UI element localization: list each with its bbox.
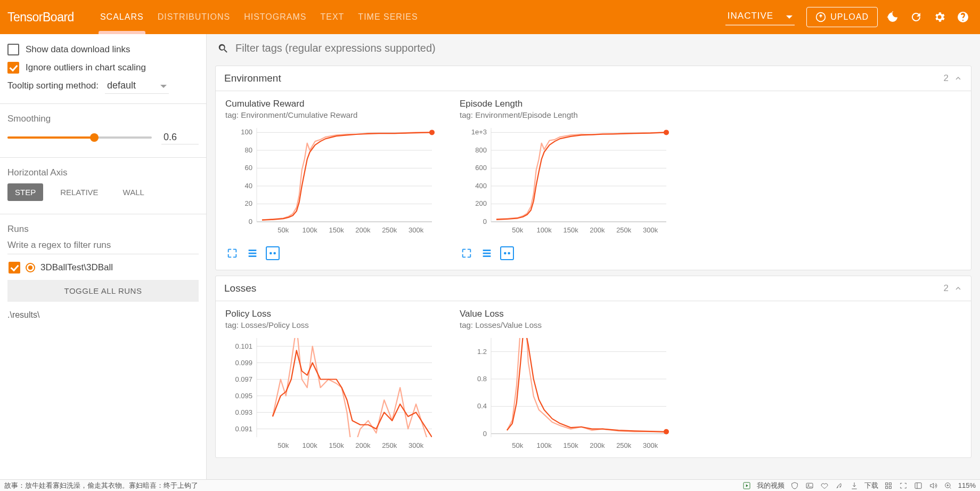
- svg-text:300k: 300k: [409, 226, 424, 234]
- checkbox-show-download[interactable]: [7, 44, 19, 55]
- shield-icon[interactable]: [790, 481, 799, 490]
- svg-text:200k: 200k: [355, 441, 371, 449]
- help-icon[interactable]: [951, 5, 975, 29]
- heart-icon[interactable]: [820, 481, 829, 490]
- svg-point-22: [429, 130, 435, 135]
- section-title: Losses: [224, 283, 256, 294]
- svg-text:80: 80: [245, 146, 252, 154]
- section-count: 2: [944, 73, 949, 84]
- smoothing-slider[interactable]: [7, 136, 152, 139]
- tab-distributions[interactable]: DISTRIBUTIONS: [151, 0, 238, 34]
- status-video[interactable]: 我的视频: [757, 481, 785, 490]
- plot-tag: tag: Losses/Policy Loss: [225, 320, 438, 329]
- upload-button[interactable]: UPLOAD: [806, 7, 878, 27]
- play-icon[interactable]: [742, 481, 752, 490]
- checkbox-ignore-outliers[interactable]: [7, 62, 19, 74]
- svg-rect-90: [885, 482, 887, 485]
- svg-text:200: 200: [475, 199, 487, 207]
- plot-tag: tag: Environment/Episode Length: [460, 110, 673, 119]
- tab-text[interactable]: TEXT: [313, 0, 351, 34]
- svg-text:0: 0: [483, 430, 487, 438]
- tab-histograms[interactable]: HISTOGRAMS: [237, 0, 313, 34]
- runs-filter-input[interactable]: [7, 237, 199, 254]
- refresh-icon[interactable]: [904, 5, 928, 29]
- tab-timeseries[interactable]: TIME SERIES: [351, 0, 424, 34]
- volume-icon[interactable]: [928, 481, 938, 490]
- run-name: 3DBallTest\3DBall: [40, 262, 113, 273]
- chart-canvas[interactable]: 02004006008001e+350k100k150k200k250k300k: [460, 125, 670, 237]
- svg-text:600: 600: [475, 164, 487, 172]
- reload-mode-select[interactable]: INACTIVE: [725, 9, 795, 26]
- svg-text:100k: 100k: [303, 226, 318, 234]
- toggle-y-log-icon[interactable]: [246, 246, 259, 260]
- svg-text:250k: 250k: [616, 226, 632, 234]
- svg-text:50k: 50k: [277, 226, 289, 234]
- haxis-relative[interactable]: RELATIVE: [53, 183, 105, 201]
- label-smoothing: Smoothing: [0, 109, 206, 126]
- tooltip-sort-select[interactable]: default: [105, 78, 169, 94]
- svg-text:1e+3: 1e+3: [471, 128, 487, 136]
- svg-text:100k: 100k: [537, 441, 552, 449]
- plot-tag: tag: Environment/Cumulative Reward: [225, 110, 438, 119]
- sidebar-icon[interactable]: [913, 481, 923, 490]
- fit-domain-icon[interactable]: [266, 246, 280, 260]
- status-zoom[interactable]: 115%: [958, 481, 976, 489]
- haxis-wall[interactable]: WALL: [116, 183, 152, 201]
- plot-title: Value Loss: [460, 309, 673, 319]
- run-color-swatch: [26, 263, 35, 272]
- svg-rect-91: [889, 482, 891, 485]
- tab-scalars[interactable]: SCALARS: [93, 0, 151, 34]
- image-icon[interactable]: [805, 481, 814, 490]
- plot-episode-length: Episode Length tag: Environment/Episode …: [460, 99, 673, 260]
- chevron-up-icon: [954, 284, 962, 293]
- svg-point-23: [270, 253, 272, 254]
- section-header-losses[interactable]: Losses 2: [216, 276, 971, 301]
- svg-text:150k: 150k: [329, 226, 344, 234]
- svg-text:800: 800: [475, 146, 487, 154]
- section-environment: Environment 2 Cumulative Reward tag: Env…: [215, 66, 971, 270]
- status-download[interactable]: 下载: [864, 481, 878, 490]
- section-header-environment[interactable]: Environment 2: [216, 66, 971, 91]
- tag-filter-input[interactable]: [234, 42, 969, 55]
- plot-tag: tag: Losses/Value Loss: [460, 320, 673, 329]
- svg-text:250k: 250k: [382, 441, 397, 449]
- toggle-all-runs-button[interactable]: TOGGLE ALL RUNS: [7, 280, 199, 302]
- svg-point-46: [664, 130, 669, 135]
- smoothing-value-input[interactable]: 0.6: [161, 131, 199, 144]
- svg-text:400: 400: [475, 182, 487, 190]
- fit-domain-icon[interactable]: [500, 246, 514, 260]
- svg-text:0.8: 0.8: [477, 375, 487, 383]
- plot-title: Policy Loss: [225, 309, 438, 319]
- fullscreen-icon[interactable]: [460, 246, 473, 260]
- screenshot-icon[interactable]: [899, 481, 908, 490]
- section-title: Environment: [224, 73, 281, 84]
- settings-icon[interactable]: [928, 5, 951, 29]
- search-icon: [217, 43, 229, 54]
- toggle-y-log-icon[interactable]: [480, 246, 494, 260]
- svg-rect-92: [885, 486, 887, 488]
- svg-text:0.4: 0.4: [477, 402, 487, 410]
- toggle-theme-icon[interactable]: [881, 5, 904, 29]
- download-icon[interactable]: [850, 481, 859, 490]
- run-row[interactable]: 3DBallTest\3DBall: [0, 259, 206, 277]
- section-losses: Losses 2 Policy Loss tag: Losses/Policy …: [215, 276, 971, 458]
- haxis-step[interactable]: STEP: [7, 183, 43, 201]
- zoom-icon[interactable]: [943, 481, 953, 490]
- checkbox-run[interactable]: [9, 262, 20, 273]
- svg-text:150k: 150k: [563, 441, 578, 449]
- svg-text:300k: 300k: [643, 226, 658, 234]
- svg-rect-93: [889, 486, 891, 488]
- fullscreen-icon[interactable]: [225, 246, 239, 260]
- grid-icon[interactable]: [884, 481, 893, 490]
- chart-canvas[interactable]: 0.0910.0930.0950.0970.0990.10150k100k150…: [225, 335, 436, 452]
- svg-text:60: 60: [245, 164, 252, 172]
- results-path: .\results\: [0, 307, 206, 323]
- rocket-icon[interactable]: [835, 481, 844, 490]
- plot-value-loss: Value Loss tag: Losses/Value Loss 00.40.…: [460, 309, 673, 454]
- plot-policy-loss: Policy Loss tag: Losses/Policy Loss 0.09…: [225, 309, 438, 454]
- plot-title: Cumulative Reward: [225, 99, 438, 109]
- plot-title: Episode Length: [460, 99, 673, 109]
- chart-canvas[interactable]: 00.40.81.250k100k150k200k250k300k: [460, 335, 670, 452]
- nav-tabs: SCALARS DISTRIBUTIONS HISTOGRAMS TEXT TI…: [93, 0, 425, 34]
- chart-canvas[interactable]: 02040608010050k100k150k200k250k300k: [225, 125, 436, 237]
